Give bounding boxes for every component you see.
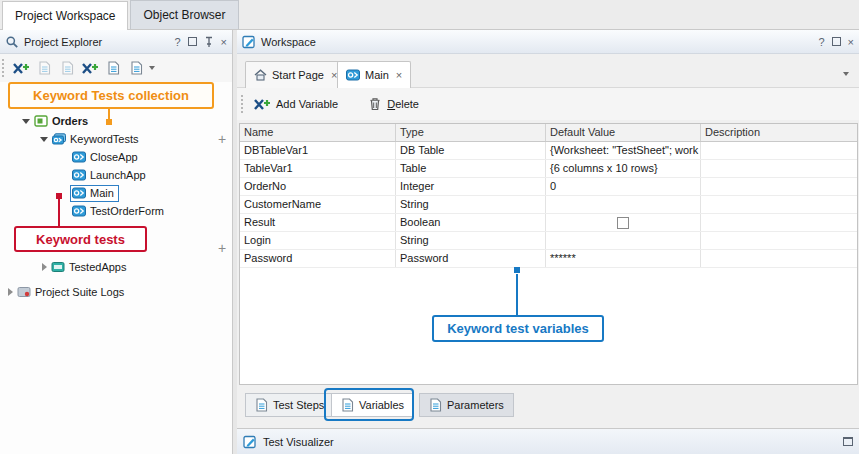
project-explorer-toolbar xyxy=(0,54,232,82)
add-tested-app-button[interactable]: + xyxy=(216,242,228,254)
top-tab-bar: Project Workspace Object Browser xyxy=(0,0,859,30)
keyword-test-icon xyxy=(72,151,86,163)
close-panel-button[interactable]: × xyxy=(848,36,854,48)
delete-button[interactable]: Delete xyxy=(362,92,425,116)
column-header-default-value[interactable]: Default Value xyxy=(546,124,701,141)
run-all-icon[interactable] xyxy=(126,58,146,78)
callout-variables-tab-highlight xyxy=(324,388,414,421)
tree-node-orders[interactable]: Orders xyxy=(0,112,233,130)
float-window-button[interactable] xyxy=(188,37,197,46)
cell-default[interactable]: ****** xyxy=(546,250,701,267)
cell-default[interactable] xyxy=(546,214,701,231)
tree-node-testedapps[interactable]: TestedApps xyxy=(0,258,233,276)
selected-tree-item[interactable]: Main xyxy=(70,185,119,202)
cell-description[interactable] xyxy=(701,232,857,249)
toolbar-drag-handle[interactable] xyxy=(2,59,6,77)
keyword-tests-collection-icon xyxy=(52,133,66,145)
callout-connector-line xyxy=(108,109,110,119)
new-file-icon[interactable] xyxy=(34,58,54,78)
cell-type[interactable]: String xyxy=(396,232,546,249)
cell-description[interactable] xyxy=(701,142,857,159)
cell-default[interactable]: {6 columns x 10 rows} xyxy=(546,160,701,177)
keyword-test-icon xyxy=(72,169,86,181)
cell-type[interactable]: DB Table xyxy=(396,142,546,159)
callout-keyword-test-variables: Keyword test variables xyxy=(432,315,604,342)
cell-description[interactable] xyxy=(701,178,857,195)
tab-main[interactable]: Main × xyxy=(337,61,411,88)
tree-node-launchapp[interactable]: LaunchApp xyxy=(0,166,233,184)
add-item-icon[interactable] xyxy=(11,58,31,78)
table-row: Result Boolean xyxy=(240,214,857,232)
test-visualizer-bar[interactable]: Test Visualizer xyxy=(237,428,859,454)
table-row: OrderNo Integer 0 xyxy=(240,178,857,196)
cell-description[interactable] xyxy=(701,160,857,177)
save-file-icon[interactable] xyxy=(57,58,77,78)
tab-start-page[interactable]: Start Page × xyxy=(245,61,346,88)
run-icon[interactable] xyxy=(103,58,123,78)
callout-connector-line xyxy=(516,274,518,315)
cell-type[interactable]: Boolean xyxy=(396,214,546,231)
chevron-down-icon[interactable] xyxy=(22,119,30,124)
editor-tab-bar: Start Page × Main × xyxy=(237,58,859,88)
tab-list-dropdown-icon[interactable] xyxy=(843,72,849,76)
grid-header-row: Name Type Default Value Description xyxy=(240,124,857,142)
chevron-down-icon[interactable] xyxy=(40,137,48,142)
maximize-button[interactable] xyxy=(832,37,841,46)
chevron-right-icon[interactable] xyxy=(8,288,13,296)
cell-name[interactable]: Result xyxy=(240,214,396,231)
tree-node-keywordtests[interactable]: KeywordTests xyxy=(0,130,233,148)
cell-name[interactable]: CustomerName xyxy=(240,196,396,213)
cell-name[interactable]: TableVar1 xyxy=(240,160,396,177)
cell-default[interactable]: {Worksheet: "TestSheet"; work xyxy=(546,142,701,159)
table-row: Password Password ****** xyxy=(240,250,857,268)
column-header-type[interactable]: Type xyxy=(396,124,546,141)
test-steps-icon xyxy=(255,398,268,412)
add-keyword-test-button[interactable]: + xyxy=(216,133,228,145)
cell-name[interactable]: OrderNo xyxy=(240,178,396,195)
tab-test-steps[interactable]: Test Steps xyxy=(245,393,334,417)
home-icon xyxy=(254,69,267,81)
column-header-description[interactable]: Description xyxy=(701,124,857,141)
tree-node-closeapp[interactable]: CloseApp xyxy=(0,148,233,166)
table-row: DBTableVar1 DB Table {Worksheet: "TestSh… xyxy=(240,142,857,160)
cell-default[interactable]: 0 xyxy=(546,178,701,195)
close-tab-icon[interactable]: × xyxy=(396,69,402,81)
tree-node-testorderform[interactable]: TestOrderForm xyxy=(0,202,233,220)
chevron-right-icon[interactable] xyxy=(42,263,47,271)
refresh-icon[interactable] xyxy=(80,58,100,78)
tree-node-main[interactable]: Main xyxy=(0,184,233,202)
close-panel-button[interactable]: × xyxy=(221,36,227,48)
cell-name[interactable]: DBTableVar1 xyxy=(240,142,396,159)
cell-description[interactable] xyxy=(701,250,857,267)
toolbar-dropdown-icon[interactable] xyxy=(149,66,155,70)
project-explorer-title: Project Explorer xyxy=(24,36,174,48)
table-row: TableVar1 Table {6 columns x 10 rows} xyxy=(240,160,857,178)
expand-visualizer-icon[interactable] xyxy=(843,437,853,446)
keyword-test-icon xyxy=(72,205,86,217)
cell-type[interactable]: Integer xyxy=(396,178,546,195)
cell-description[interactable] xyxy=(701,214,857,231)
cell-type[interactable]: Table xyxy=(396,160,546,177)
pin-icon[interactable] xyxy=(204,36,214,48)
cell-default[interactable] xyxy=(546,196,701,213)
toolbar-drag-handle[interactable] xyxy=(241,95,245,113)
cell-name[interactable]: Password xyxy=(240,250,396,267)
help-button[interactable]: ? xyxy=(818,36,824,48)
tab-object-browser[interactable]: Object Browser xyxy=(130,0,238,29)
editor-page-tabs: Test Steps Variables Parameters xyxy=(237,388,859,422)
boolean-checkbox[interactable] xyxy=(617,217,629,229)
cell-type[interactable]: Password xyxy=(396,250,546,267)
help-button[interactable]: ? xyxy=(174,36,180,48)
workspace-panel: Workspace ? × Start Page × Main × xyxy=(237,30,859,454)
cell-name[interactable]: Login xyxy=(240,232,396,249)
cell-default[interactable] xyxy=(546,232,701,249)
cell-type[interactable]: String xyxy=(396,196,546,213)
tab-parameters[interactable]: Parameters xyxy=(419,393,514,417)
add-variable-button[interactable]: Add Variable xyxy=(247,92,344,116)
workspace-icon xyxy=(242,35,256,49)
column-header-name[interactable]: Name xyxy=(240,124,396,141)
tree-node-project-suite-logs[interactable]: Project Suite Logs xyxy=(0,283,233,301)
tab-project-workspace[interactable]: Project Workspace xyxy=(2,1,128,30)
workspace-header: Workspace ? × xyxy=(237,30,859,54)
cell-description[interactable] xyxy=(701,196,857,213)
